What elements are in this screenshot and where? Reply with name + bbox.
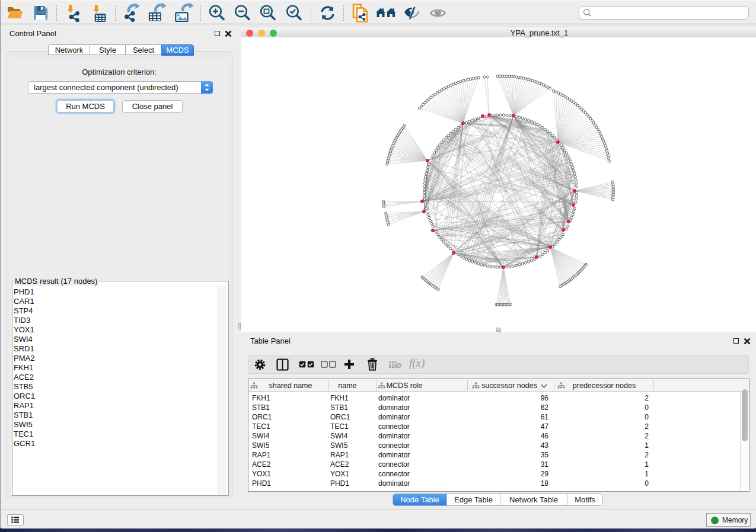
svg-text:dominator: dominator (378, 403, 410, 412)
svg-text:1: 1 (645, 441, 649, 450)
svg-text:RAP1: RAP1 (252, 451, 271, 459)
svg-text:61: 61 (541, 413, 549, 421)
svg-text:dominator: dominator (378, 451, 410, 459)
svg-text:PHD1: PHD1 (330, 479, 349, 488)
svg-text:TEC1: TEC1 (252, 422, 270, 431)
svg-text:0: 0 (645, 479, 649, 488)
svg-text:46: 46 (541, 432, 549, 440)
svg-text:47: 47 (541, 422, 549, 431)
svg-text:SWI4: SWI4 (330, 432, 348, 440)
svg-text:0: 0 (645, 403, 649, 412)
svg-text:dominator: dominator (378, 479, 410, 488)
svg-text:YOX1: YOX1 (330, 470, 349, 478)
svg-text:1: 1 (645, 470, 649, 478)
svg-text:successor nodes: successor nodes (481, 382, 537, 390)
svg-text:35: 35 (541, 451, 549, 459)
svg-text:STB1: STB1 (330, 403, 348, 412)
svg-text:TEC1: TEC1 (330, 422, 349, 431)
svg-text:dominator: dominator (378, 394, 410, 402)
svg-text:MCDS role: MCDS role (386, 382, 422, 390)
svg-text:62: 62 (541, 403, 549, 412)
svg-text:STB1: STB1 (252, 403, 270, 412)
svg-text:2: 2 (645, 451, 649, 459)
svg-text:1: 1 (645, 460, 649, 469)
svg-text:connector: connector (378, 441, 410, 450)
svg-text:predecessor nodes: predecessor nodes (573, 382, 636, 390)
svg-text:96: 96 (541, 394, 549, 402)
svg-text:2: 2 (645, 394, 649, 402)
svg-text:SWI5: SWI5 (330, 441, 348, 450)
svg-text:SWI5: SWI5 (252, 441, 270, 450)
svg-text:ACE2: ACE2 (330, 460, 349, 469)
svg-text:connector: connector (378, 460, 410, 469)
svg-text:FKH1: FKH1 (252, 394, 270, 402)
svg-text:SWI4: SWI4 (252, 432, 270, 440)
svg-text:dominator: dominator (378, 413, 410, 421)
svg-text:0: 0 (645, 413, 649, 421)
svg-text:dominator: dominator (378, 432, 410, 440)
svg-text:2: 2 (645, 432, 649, 440)
svg-text:FKH1: FKH1 (330, 394, 349, 402)
svg-text:connector: connector (378, 422, 410, 431)
svg-text:RAP1: RAP1 (330, 451, 349, 459)
svg-text:29: 29 (541, 470, 549, 478)
svg-text:ORC1: ORC1 (252, 413, 272, 421)
svg-text:18: 18 (541, 479, 549, 488)
svg-text:connector: connector (378, 470, 410, 478)
svg-text:name: name (338, 382, 356, 390)
svg-text:43: 43 (541, 441, 549, 450)
svg-text:2: 2 (645, 422, 649, 431)
svg-text:ORC1: ORC1 (330, 413, 350, 421)
svg-text:31: 31 (541, 460, 549, 469)
svg-text:PHD1: PHD1 (252, 479, 271, 488)
svg-text:ACE2: ACE2 (252, 460, 271, 469)
svg-text:shared name: shared name (269, 382, 312, 390)
svg-text:YOX1: YOX1 (252, 470, 271, 478)
